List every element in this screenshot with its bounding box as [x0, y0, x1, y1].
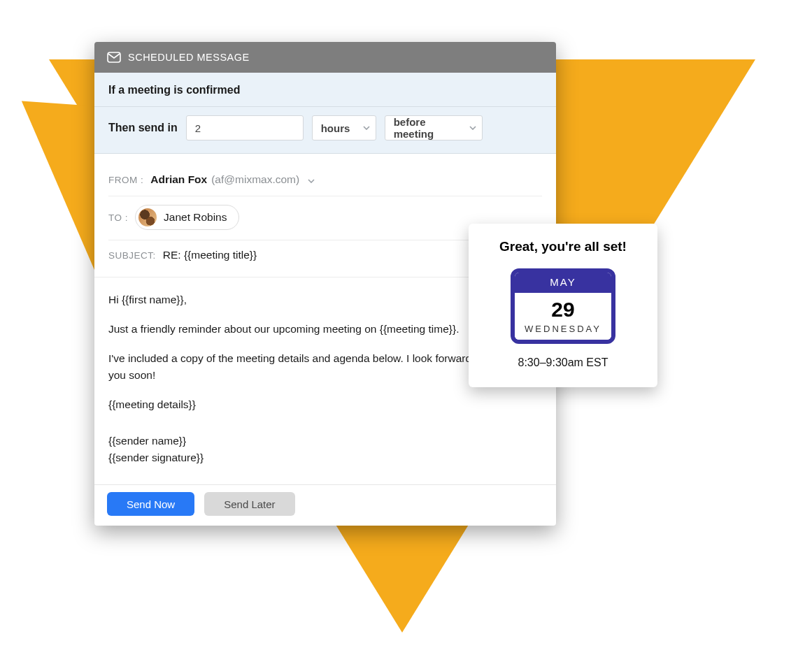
- envelope-icon: [107, 52, 121, 63]
- subject-label: SUBJECT:: [108, 250, 156, 261]
- calendar-badge: MAY 29 WEDNESDAY: [511, 268, 615, 344]
- body-line: {{meeting details}}: [108, 396, 542, 413]
- body-line: {{sender name}}: [108, 435, 186, 447]
- rule-condition: If a meeting is confirmed: [94, 73, 556, 107]
- delay-value-input[interactable]: [186, 115, 304, 140]
- from-label: FROM :: [108, 175, 143, 185]
- card-title: SCHEDULED MESSAGE: [128, 52, 250, 63]
- subject-value[interactable]: RE: {{meeting title}}: [163, 249, 257, 261]
- rule-action-row: Then send in hours before meeting: [94, 107, 556, 153]
- send-now-button[interactable]: Send Now: [107, 492, 194, 516]
- confirmation-time: 8:30–9:30am EST: [483, 356, 643, 369]
- calendar-weekday: WEDNESDAY: [515, 324, 611, 334]
- recipient-name: Janet Robins: [164, 211, 227, 224]
- to-label: TO :: [108, 212, 128, 223]
- body-line: {{sender signature}}: [108, 452, 204, 463]
- delay-unit-select[interactable]: hours: [312, 115, 376, 140]
- delay-unit-value: hours: [321, 122, 350, 134]
- delay-relation-value: before meeting: [394, 116, 462, 140]
- delay-relation-select[interactable]: before meeting: [385, 115, 483, 140]
- from-select[interactable]: Adrian Fox (af@mixmax.com): [150, 173, 315, 186]
- chevron-down-icon: [308, 173, 315, 186]
- chevron-down-icon: [363, 126, 370, 130]
- confirmation-card: Great, you're all set! MAY 29 WEDNESDAY …: [469, 224, 657, 387]
- confirmation-title: Great, you're all set!: [483, 239, 643, 254]
- body-signature: {{sender name}} {{sender signature}}: [108, 433, 542, 466]
- send-later-button[interactable]: Send Later: [204, 492, 294, 516]
- rule-bar: If a meeting is confirmed Then send in h…: [94, 73, 556, 154]
- recipient-chip[interactable]: Janet Robins: [135, 205, 238, 230]
- calendar-day: 29: [515, 297, 611, 322]
- from-row: FROM : Adrian Fox (af@mixmax.com): [108, 165, 542, 196]
- chevron-down-icon: [469, 126, 476, 130]
- from-name: Adrian Fox: [150, 173, 207, 186]
- compose-footer: Send Now Send Later: [94, 484, 556, 526]
- rule-then-label: Then send in: [108, 122, 178, 134]
- from-email: (af@mixmax.com): [211, 173, 299, 186]
- calendar-month: MAY: [515, 273, 611, 293]
- card-header: SCHEDULED MESSAGE: [94, 42, 556, 73]
- avatar: [138, 208, 157, 226]
